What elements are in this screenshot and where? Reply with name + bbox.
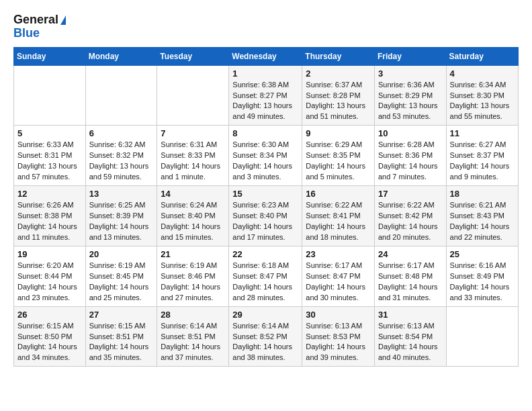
day-number: 28 xyxy=(161,310,225,320)
day-number: 11 xyxy=(450,128,515,138)
calendar-day-header: Sunday xyxy=(14,47,86,65)
day-number: 20 xyxy=(89,249,154,259)
day-info: Sunrise: 6:18 AM Sunset: 8:47 PM Dayligh… xyxy=(232,261,298,304)
day-info: Sunrise: 6:21 AM Sunset: 8:43 PM Dayligh… xyxy=(450,200,515,243)
day-number: 16 xyxy=(306,189,371,199)
day-info: Sunrise: 6:19 AM Sunset: 8:45 PM Dayligh… xyxy=(89,261,154,304)
day-number: 4 xyxy=(450,68,515,79)
day-number: 23 xyxy=(306,249,371,259)
day-number: 25 xyxy=(450,249,515,259)
day-number: 3 xyxy=(378,68,443,79)
day-info: Sunrise: 6:34 AM Sunset: 8:30 PM Dayligh… xyxy=(450,80,515,123)
day-number: 19 xyxy=(17,249,82,259)
calendar-cell: 17Sunrise: 6:22 AM Sunset: 8:42 PM Dayli… xyxy=(374,186,446,246)
calendar-cell: 24Sunrise: 6:17 AM Sunset: 8:48 PM Dayli… xyxy=(374,246,446,306)
calendar-day-header: Thursday xyxy=(302,47,375,65)
calendar-week-row: 1Sunrise: 6:38 AM Sunset: 8:27 PM Daylig… xyxy=(14,65,519,126)
day-info: Sunrise: 6:15 AM Sunset: 8:51 PM Dayligh… xyxy=(89,321,154,364)
day-number: 5 xyxy=(17,128,82,138)
calendar-cell: 18Sunrise: 6:21 AM Sunset: 8:43 PM Dayli… xyxy=(446,186,518,246)
calendar-cell: 6Sunrise: 6:32 AM Sunset: 8:32 PM Daylig… xyxy=(85,126,157,186)
logo-line1: General xyxy=(13,13,66,27)
calendar-day-header: Saturday xyxy=(446,47,518,65)
calendar-cell: 1Sunrise: 6:38 AM Sunset: 8:27 PM Daylig… xyxy=(229,65,302,126)
day-info: Sunrise: 6:32 AM Sunset: 8:32 PM Dayligh… xyxy=(89,140,154,183)
day-info: Sunrise: 6:17 AM Sunset: 8:47 PM Dayligh… xyxy=(306,261,371,304)
day-number: 8 xyxy=(232,128,298,138)
day-number: 1 xyxy=(232,68,298,79)
calendar-cell: 31Sunrise: 6:13 AM Sunset: 8:54 PM Dayli… xyxy=(374,306,446,367)
day-number: 13 xyxy=(89,189,154,199)
day-number: 18 xyxy=(450,189,515,199)
calendar-cell: 27Sunrise: 6:15 AM Sunset: 8:51 PM Dayli… xyxy=(85,306,157,367)
day-number: 6 xyxy=(89,128,154,138)
calendar-cell: 26Sunrise: 6:15 AM Sunset: 8:50 PM Dayli… xyxy=(14,306,86,367)
calendar-cell: 14Sunrise: 6:24 AM Sunset: 8:40 PM Dayli… xyxy=(157,186,229,246)
day-info: Sunrise: 6:16 AM Sunset: 8:49 PM Dayligh… xyxy=(450,261,515,304)
day-info: Sunrise: 6:22 AM Sunset: 8:42 PM Dayligh… xyxy=(378,200,443,243)
calendar-cell: 7Sunrise: 6:31 AM Sunset: 8:33 PM Daylig… xyxy=(157,126,229,186)
day-info: Sunrise: 6:15 AM Sunset: 8:50 PM Dayligh… xyxy=(17,321,82,364)
calendar-cell xyxy=(85,65,157,126)
calendar-cell xyxy=(14,65,86,126)
calendar-day-header: Tuesday xyxy=(157,47,229,65)
day-info: Sunrise: 6:29 AM Sunset: 8:35 PM Dayligh… xyxy=(306,140,371,183)
day-info: Sunrise: 6:19 AM Sunset: 8:46 PM Dayligh… xyxy=(161,261,225,304)
calendar-week-row: 19Sunrise: 6:20 AM Sunset: 8:44 PM Dayli… xyxy=(14,246,519,306)
calendar-cell: 12Sunrise: 6:26 AM Sunset: 8:38 PM Dayli… xyxy=(14,186,86,246)
calendar-week-row: 26Sunrise: 6:15 AM Sunset: 8:50 PM Dayli… xyxy=(14,306,519,367)
day-info: Sunrise: 6:28 AM Sunset: 8:36 PM Dayligh… xyxy=(378,140,443,183)
day-number: 15 xyxy=(232,189,298,199)
calendar-cell xyxy=(157,65,229,126)
day-number: 21 xyxy=(161,249,225,259)
day-info: Sunrise: 6:36 AM Sunset: 8:29 PM Dayligh… xyxy=(378,80,443,123)
day-number: 29 xyxy=(232,310,298,320)
calendar-cell: 15Sunrise: 6:23 AM Sunset: 8:40 PM Dayli… xyxy=(229,186,302,246)
day-number: 12 xyxy=(17,189,82,199)
calendar-cell: 9Sunrise: 6:29 AM Sunset: 8:35 PM Daylig… xyxy=(302,126,375,186)
calendar-cell: 13Sunrise: 6:25 AM Sunset: 8:39 PM Dayli… xyxy=(85,186,157,246)
day-number: 31 xyxy=(378,310,443,320)
calendar-cell: 30Sunrise: 6:13 AM Sunset: 8:53 PM Dayli… xyxy=(302,306,375,367)
day-info: Sunrise: 6:20 AM Sunset: 8:44 PM Dayligh… xyxy=(17,261,82,304)
day-number: 27 xyxy=(89,310,154,320)
day-info: Sunrise: 6:27 AM Sunset: 8:37 PM Dayligh… xyxy=(450,140,515,183)
day-number: 2 xyxy=(306,68,371,79)
calendar-cell: 28Sunrise: 6:14 AM Sunset: 8:51 PM Dayli… xyxy=(157,306,229,367)
day-info: Sunrise: 6:14 AM Sunset: 8:51 PM Dayligh… xyxy=(161,321,225,364)
calendar-cell: 11Sunrise: 6:27 AM Sunset: 8:37 PM Dayli… xyxy=(446,126,518,186)
calendar-cell: 5Sunrise: 6:33 AM Sunset: 8:31 PM Daylig… xyxy=(14,126,86,186)
calendar-day-header: Wednesday xyxy=(229,47,302,65)
calendar-cell: 23Sunrise: 6:17 AM Sunset: 8:47 PM Dayli… xyxy=(302,246,375,306)
day-number: 17 xyxy=(378,189,443,199)
day-info: Sunrise: 6:24 AM Sunset: 8:40 PM Dayligh… xyxy=(161,200,225,243)
day-number: 26 xyxy=(17,310,82,320)
logo-line2: Blue xyxy=(13,27,66,40)
day-info: Sunrise: 6:37 AM Sunset: 8:28 PM Dayligh… xyxy=(306,80,371,123)
day-info: Sunrise: 6:30 AM Sunset: 8:34 PM Dayligh… xyxy=(232,140,298,183)
calendar-cell: 29Sunrise: 6:14 AM Sunset: 8:52 PM Dayli… xyxy=(229,306,302,367)
calendar-cell: 16Sunrise: 6:22 AM Sunset: 8:41 PM Dayli… xyxy=(302,186,375,246)
calendar-cell: 22Sunrise: 6:18 AM Sunset: 8:47 PM Dayli… xyxy=(229,246,302,306)
logo: General Blue xyxy=(13,13,66,40)
day-info: Sunrise: 6:33 AM Sunset: 8:31 PM Dayligh… xyxy=(17,140,82,183)
day-number: 10 xyxy=(378,128,443,138)
day-number: 9 xyxy=(306,128,371,138)
day-number: 24 xyxy=(378,249,443,259)
day-info: Sunrise: 6:14 AM Sunset: 8:52 PM Dayligh… xyxy=(232,321,298,364)
calendar-cell: 3Sunrise: 6:36 AM Sunset: 8:29 PM Daylig… xyxy=(374,65,446,126)
day-info: Sunrise: 6:13 AM Sunset: 8:53 PM Dayligh… xyxy=(306,321,371,364)
day-number: 30 xyxy=(306,310,371,320)
day-info: Sunrise: 6:17 AM Sunset: 8:48 PM Dayligh… xyxy=(378,261,443,304)
calendar-cell: 10Sunrise: 6:28 AM Sunset: 8:36 PM Dayli… xyxy=(374,126,446,186)
calendar-cell: 21Sunrise: 6:19 AM Sunset: 8:46 PM Dayli… xyxy=(157,246,229,306)
calendar-week-row: 12Sunrise: 6:26 AM Sunset: 8:38 PM Dayli… xyxy=(14,186,519,246)
day-info: Sunrise: 6:13 AM Sunset: 8:54 PM Dayligh… xyxy=(378,321,443,364)
calendar-day-header: Friday xyxy=(374,47,446,65)
calendar-cell: 4Sunrise: 6:34 AM Sunset: 8:30 PM Daylig… xyxy=(446,65,518,126)
day-number: 7 xyxy=(161,128,225,138)
day-number: 22 xyxy=(232,249,298,259)
calendar-cell: 19Sunrise: 6:20 AM Sunset: 8:44 PM Dayli… xyxy=(14,246,86,306)
day-info: Sunrise: 6:22 AM Sunset: 8:41 PM Dayligh… xyxy=(306,200,371,243)
calendar-day-header: Monday xyxy=(85,47,157,65)
